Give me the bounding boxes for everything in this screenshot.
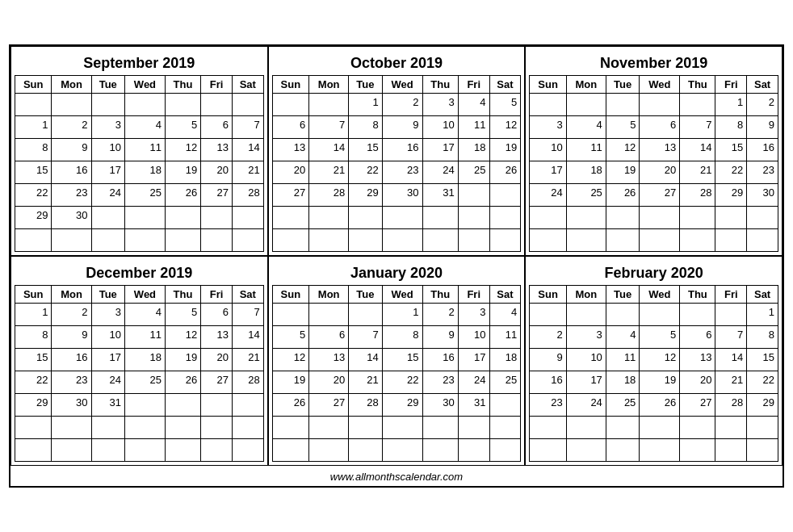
- day-cell: [489, 207, 521, 229]
- day-cell: 11: [606, 349, 640, 371]
- day-cell: [566, 94, 606, 116]
- day-cell: 21: [232, 349, 263, 371]
- day-cell: 5: [165, 304, 200, 326]
- day-cell: [566, 207, 606, 229]
- day-cell: 20: [680, 371, 715, 394]
- day-cell: 14: [232, 139, 263, 161]
- day-cell: [489, 417, 521, 439]
- day-cell: 31: [458, 394, 489, 417]
- week-row: 22232425262728: [15, 184, 264, 207]
- day-cell: [309, 94, 349, 116]
- day-cell: [272, 229, 308, 252]
- day-cell: [566, 304, 606, 326]
- day-cell: [530, 417, 566, 439]
- day-cell: 2: [422, 304, 458, 326]
- day-header-sat: Sat: [232, 286, 263, 304]
- day-cell: 7: [309, 116, 349, 139]
- day-cell: [640, 94, 680, 116]
- day-cell: 24: [566, 394, 606, 417]
- day-cell: 22: [349, 161, 383, 184]
- day-header-wed: Wed: [382, 76, 422, 94]
- day-cell: 28: [232, 371, 263, 394]
- cal-table-nov2019: SunMonTueWedThuFriSat1234567891011121314…: [529, 75, 778, 252]
- week-row: 2930: [15, 207, 264, 229]
- week-row: 2728293031: [272, 184, 521, 207]
- day-cell: [309, 417, 349, 439]
- day-cell: [747, 229, 778, 252]
- day-cell: [382, 417, 422, 439]
- day-cell: 21: [349, 371, 383, 394]
- day-cell: [422, 207, 458, 229]
- day-cell: 9: [422, 326, 458, 349]
- day-cell: 18: [606, 371, 640, 394]
- week-row: 12: [530, 94, 778, 116]
- week-row: 891011121314: [15, 139, 264, 161]
- day-cell: [15, 417, 52, 439]
- week-row: [530, 439, 778, 462]
- day-cell: 18: [458, 139, 489, 161]
- day-cell: 12: [272, 349, 308, 371]
- day-header-sun: Sun: [15, 286, 52, 304]
- day-cell: [489, 394, 521, 417]
- day-cell: [422, 439, 458, 462]
- day-cell: [640, 207, 680, 229]
- day-cell: 30: [422, 394, 458, 417]
- day-cell: [15, 229, 52, 252]
- day-cell: [272, 304, 308, 326]
- week-row: 10111213141516: [530, 139, 778, 161]
- day-cell: 20: [201, 349, 233, 371]
- day-cell: 16: [382, 139, 422, 161]
- day-cell: 16: [422, 349, 458, 371]
- day-cell: [747, 417, 778, 439]
- calendar-grid: September 2019SunMonTueWedThuFriSat12345…: [10, 46, 783, 466]
- day-cell: 10: [91, 326, 125, 349]
- day-cell: 27: [680, 394, 715, 417]
- day-cell: 9: [52, 139, 91, 161]
- month-title-sep2019: September 2019: [15, 50, 264, 75]
- day-cell: 7: [349, 326, 383, 349]
- day-cell: 15: [15, 161, 52, 184]
- week-row: [272, 417, 521, 439]
- day-cell: 12: [489, 116, 521, 139]
- week-row: 293031: [15, 394, 264, 417]
- day-cell: 8: [382, 326, 422, 349]
- day-header-fri: Fri: [458, 76, 489, 94]
- day-header-sun: Sun: [272, 286, 308, 304]
- day-header-tue: Tue: [349, 76, 383, 94]
- month-block-dec2019: December 2019SunMonTueWedThuFriSat123456…: [10, 256, 268, 466]
- day-header-sun: Sun: [272, 76, 308, 94]
- day-cell: 11: [566, 139, 606, 161]
- day-cell: 3: [530, 116, 566, 139]
- day-cell: [640, 229, 680, 252]
- day-cell: 8: [747, 326, 778, 349]
- day-cell: 7: [680, 116, 715, 139]
- week-row: [530, 417, 778, 439]
- day-cell: 20: [272, 161, 308, 184]
- day-cell: [715, 304, 747, 326]
- day-cell: 4: [125, 116, 166, 139]
- day-cell: 5: [606, 116, 640, 139]
- day-header-wed: Wed: [640, 76, 680, 94]
- day-cell: [125, 229, 166, 252]
- day-cell: 20: [201, 161, 233, 184]
- day-cell: 5: [272, 326, 308, 349]
- day-cell: 8: [349, 116, 383, 139]
- day-header-tue: Tue: [606, 286, 640, 304]
- day-cell: 27: [309, 394, 349, 417]
- day-cell: [606, 229, 640, 252]
- week-row: 15161718192021: [15, 161, 264, 184]
- day-cell: 10: [566, 349, 606, 371]
- week-row: 20212223242526: [272, 161, 521, 184]
- day-cell: [125, 207, 166, 229]
- day-cell: 2: [52, 304, 91, 326]
- day-cell: [566, 229, 606, 252]
- day-cell: 30: [52, 394, 91, 417]
- day-cell: 26: [165, 371, 200, 394]
- day-cell: 15: [747, 349, 778, 371]
- day-cell: [715, 417, 747, 439]
- week-row: 12131415161718: [272, 349, 521, 371]
- day-cell: 3: [566, 326, 606, 349]
- day-cell: 25: [125, 184, 166, 207]
- day-cell: [640, 417, 680, 439]
- day-cell: [422, 417, 458, 439]
